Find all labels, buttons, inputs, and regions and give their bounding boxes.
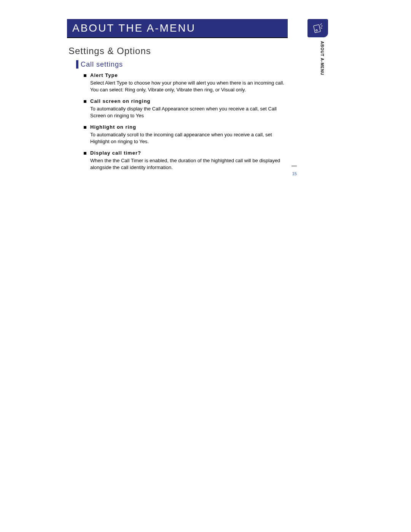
bullet-icon [84,126,86,129]
side-tab-label: ABOUT A-MENU [320,41,324,75]
item-title: Alert Type [90,72,118,78]
chapter-icon-badge [307,19,328,37]
phone-card-icon [312,22,324,34]
accent-bar [76,60,78,69]
item-title: Display call timer? [90,150,141,156]
list-item: Display call timer? When the the Call Ti… [84,150,289,171]
chapter-header: ABOUT THE A-MENU [67,19,288,38]
item-body: To automatically display the Call Appear… [90,105,289,119]
item-body: To automatically scroll to the incoming … [90,131,289,145]
page-mark [292,165,297,167]
bullet-icon [84,152,86,155]
chapter-title: ABOUT THE A-MENU [72,22,196,34]
svg-line-3 [321,26,323,26]
subsection-title: Call settings [81,61,123,69]
list-item: Call screen on ringing To automatically … [84,98,289,119]
item-title: Call screen on ringing [90,98,151,104]
item-body: Select Alert Type to choose how your pho… [90,80,289,93]
item-body: When the the Call Timer is enabled, the … [90,157,289,171]
bullet-icon [84,100,86,103]
svg-line-4 [320,28,322,29]
svg-point-1 [316,29,318,31]
section-title: Settings & Options [68,46,289,56]
item-title: Highlight on ring [90,124,136,130]
svg-line-2 [320,24,322,25]
svg-rect-0 [314,25,320,33]
list-item: Alert Type Select Alert Type to choose h… [84,72,289,93]
document-page: ABOUT THE A-MENU ABOUT A-MENU Settings &… [0,0,411,532]
bullet-icon [84,74,86,77]
content-area: Settings & Options Call settings Alert T… [68,46,289,176]
page-number: 15 [292,171,297,176]
subsection-header: Call settings [76,60,289,69]
list-item: Highlight on ring To automatically scrol… [84,124,289,145]
